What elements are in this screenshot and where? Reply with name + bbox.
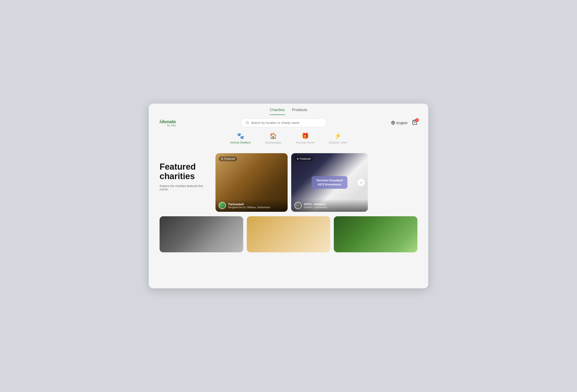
- logo-donate: donate: [161, 119, 176, 124]
- featured-cards: ★ Featured Tierhuebeli Hergiswil bei (b.…: [216, 153, 417, 212]
- featured-badge-2: ★ Featured: [294, 156, 313, 161]
- search-bar[interactable]: [241, 119, 326, 127]
- category-nursing-home[interactable]: 🎁 Nursing Home: [296, 132, 314, 144]
- bottom-card-1[interactable]: [160, 216, 243, 252]
- card-footer-1: Tierhuebeli Hergiswil bei (b.) Willisau,…: [216, 199, 288, 212]
- featured-description: Explore the charities featured this mont…: [160, 184, 209, 191]
- logo-i: i: [160, 119, 161, 124]
- featured-text: Featured charities Explore the charities…: [160, 153, 209, 191]
- search-icon: [246, 121, 249, 125]
- category-animal-shelters[interactable]: 🐾 Animal Shelters: [230, 132, 251, 144]
- header-row: i donate my way English: [149, 115, 428, 131]
- card-name-1: Tierhuebeli: [228, 202, 285, 206]
- header-right: English 3: [391, 120, 417, 126]
- featured-badge-1: ★ Featured: [219, 156, 237, 161]
- card-next-arrow[interactable]: ›: [358, 179, 365, 186]
- search-input[interactable]: [251, 121, 322, 125]
- svg-line-1: [248, 124, 249, 124]
- paw-icon: 🐾: [237, 132, 244, 139]
- main-content: Featured charities Explore the charities…: [149, 149, 428, 212]
- category-orphanages[interactable]: 🏠 Orphanages: [265, 132, 281, 144]
- card-location-1: Hergiswil bei (b.) Willisau, Switzerland: [228, 206, 285, 209]
- lightning-icon: ⚡: [334, 132, 341, 139]
- card-info-2: VSTU - Dietikon Dietikon, Switzerland: [304, 202, 365, 209]
- tab-products[interactable]: Products: [292, 108, 307, 115]
- category-label-orphanages: Orphanages: [265, 141, 281, 144]
- featured-card-1[interactable]: ★ Featured Tierhuebeli Hergiswil bei (b.…: [216, 153, 288, 212]
- category-label-nursing-home: Nursing Home: [296, 141, 314, 144]
- gift-icon: 🎁: [302, 132, 309, 139]
- card-name-2: VSTU - Dietikon: [304, 202, 365, 206]
- featured-title: Featured charities: [160, 162, 209, 181]
- language-button[interactable]: English: [391, 121, 407, 125]
- cart-badge: 3: [415, 118, 419, 122]
- category-disaster-relief[interactable]: ⚡ Disaster relief: [329, 132, 347, 144]
- bottom-card-3[interactable]: [334, 216, 417, 252]
- app-window: Charities Products i donate my way: [149, 104, 428, 288]
- card-avatar-2: [294, 202, 302, 209]
- card-overlay-2: Tierheim Paradiesli 6372 Ennetmoos: [312, 176, 348, 189]
- logo-tagline: my way: [160, 124, 176, 127]
- globe-icon: [391, 121, 395, 125]
- category-nav: 🐾 Animal Shelters 🏠 Orphanages 🎁 Nursing…: [149, 131, 428, 149]
- card-info-1: Tierhuebeli Hergiswil bei (b.) Willisau,…: [228, 202, 285, 209]
- tab-charities[interactable]: Charities: [270, 108, 285, 115]
- house-icon: 🏠: [270, 132, 277, 139]
- card-location-2: Dietikon, Switzerland: [304, 206, 365, 209]
- category-label-animal-shelters: Animal Shelters: [230, 141, 251, 144]
- bottom-card-2[interactable]: [247, 216, 330, 252]
- top-nav: Charities Products: [149, 104, 428, 115]
- category-label-disaster-relief: Disaster relief: [329, 141, 347, 144]
- card-footer-2: VSTU - Dietikon Dietikon, Switzerland: [291, 199, 368, 212]
- cart-button[interactable]: 3: [412, 120, 417, 126]
- logo[interactable]: i donate my way: [160, 119, 176, 127]
- language-label: English: [397, 121, 407, 125]
- bottom-cards: [149, 212, 428, 252]
- featured-card-2[interactable]: ★ Featured Tierheim Paradiesli 6372 Enne…: [291, 153, 368, 212]
- card-avatar-1: [219, 202, 226, 209]
